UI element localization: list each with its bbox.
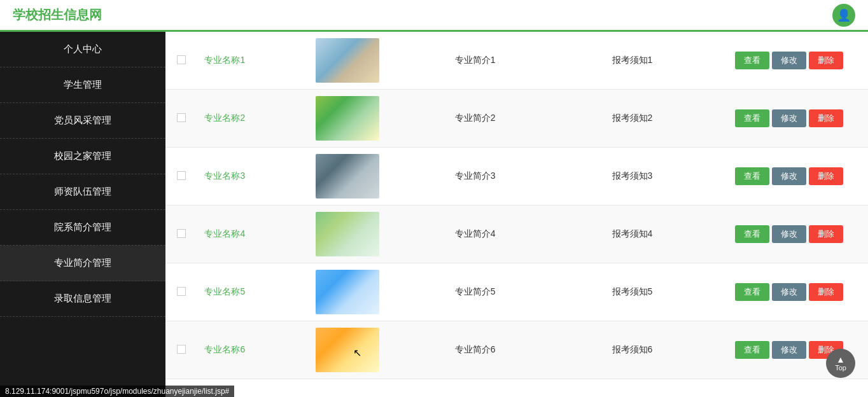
- major-intro: 专业简介1: [396, 32, 554, 90]
- back-to-top-label: Top: [835, 364, 846, 372]
- table-row: 专业名称5专业简介5报考须知5查看修改删除: [165, 263, 868, 321]
- edit-button[interactable]: 修改: [772, 341, 806, 359]
- row-checkbox[interactable]: [177, 229, 186, 238]
- major-intro: 专业简介2: [396, 90, 554, 148]
- delete-button[interactable]: 删除: [809, 52, 843, 69]
- major-notice: 报考须知4: [554, 205, 711, 263]
- table-row: 专业名称4专业简介4报考须知4查看修改删除: [165, 205, 868, 263]
- delete-button[interactable]: 删除: [809, 225, 843, 243]
- sidebar-item-campus-management[interactable]: 校园之家管理: [0, 139, 165, 174]
- main-content: 专业名称1专业简介1报考须知1查看修改删除专业名称2专业简介2报考须知2查看修改…: [165, 32, 868, 397]
- major-image: [316, 96, 379, 141]
- table-row: 专业名称6专业简介6报考须知6查看修改删除: [165, 321, 868, 379]
- table-row: 专业名称3专业简介3报考须知3查看修改删除: [165, 148, 868, 205]
- view-button[interactable]: 查看: [735, 109, 769, 127]
- row-checkbox[interactable]: [177, 345, 186, 354]
- edit-button[interactable]: 修改: [772, 52, 806, 69]
- row-checkbox[interactable]: [177, 55, 186, 64]
- sidebar-item-dept-management[interactable]: 院系简介管理: [0, 210, 165, 246]
- major-notice: 报考须知1: [554, 32, 711, 90]
- major-name: 专业名称5: [197, 263, 299, 321]
- edit-button[interactable]: 修改: [772, 109, 806, 127]
- view-button[interactable]: 查看: [735, 341, 769, 359]
- delete-button[interactable]: 删除: [809, 167, 843, 185]
- edit-button[interactable]: 修改: [772, 225, 806, 243]
- view-button[interactable]: 查看: [735, 225, 769, 243]
- major-notice: 报考须知6: [554, 321, 711, 379]
- major-intro: 专业简介5: [396, 263, 554, 321]
- table-row: 专业名称1专业简介1报考须知1查看修改删除: [165, 32, 868, 90]
- major-intro: 专业简介3: [396, 148, 554, 205]
- arrow-up-icon: ▲: [836, 355, 845, 364]
- major-intro: 专业简介4: [396, 205, 554, 263]
- sidebar-item-student-management[interactable]: 学生管理: [0, 67, 165, 103]
- major-name: 专业名称6: [197, 321, 299, 379]
- delete-button[interactable]: 删除: [809, 283, 843, 301]
- major-name: 专业名称2: [197, 90, 299, 148]
- major-intro: 专业简介6: [396, 321, 554, 379]
- major-image: [316, 270, 379, 314]
- edit-button[interactable]: 修改: [772, 167, 806, 185]
- major-name: 专业名称4: [197, 205, 299, 263]
- sidebar-item-admission-management[interactable]: 录取信息管理: [0, 281, 165, 317]
- major-notice: 报考须知3: [554, 148, 711, 205]
- site-title: 学校招生信息网: [13, 6, 102, 24]
- sidebar: 个人中心 学生管理 党员风采管理 校园之家管理 师资队伍管理 院系简介管理 专业…: [0, 32, 165, 397]
- header: 学校招生信息网 👤: [0, 0, 868, 32]
- sidebar-item-personal-center[interactable]: 个人中心: [0, 32, 165, 67]
- status-bar: 8.129.11.174:9001/jspmu597o/jsp/modules/…: [0, 386, 234, 397]
- major-name: 专业名称3: [197, 148, 299, 205]
- major-notice: 报考须知5: [554, 263, 711, 321]
- row-checkbox[interactable]: [177, 113, 186, 122]
- view-button[interactable]: 查看: [735, 167, 769, 185]
- sidebar-item-faculty-management[interactable]: 师资队伍管理: [0, 174, 165, 210]
- sidebar-item-party-management[interactable]: 党员风采管理: [0, 103, 165, 139]
- delete-button[interactable]: 删除: [809, 109, 843, 127]
- row-checkbox[interactable]: [177, 171, 186, 180]
- status-url: 8.129.11.174:9001/jspmu597o/jsp/modules/…: [5, 387, 229, 396]
- row-checkbox[interactable]: [177, 287, 186, 296]
- view-button[interactable]: 查看: [735, 52, 769, 69]
- back-to-top-button[interactable]: ▲ Top: [826, 349, 855, 378]
- major-image: [316, 38, 379, 83]
- layout: 个人中心 学生管理 党员风采管理 校园之家管理 师资队伍管理 院系简介管理 专业…: [0, 32, 868, 397]
- major-image: [316, 154, 379, 198]
- major-image: [316, 212, 379, 256]
- major-image: [316, 328, 379, 372]
- major-table: 专业名称1专业简介1报考须知1查看修改删除专业名称2专业简介2报考须知2查看修改…: [165, 32, 868, 379]
- major-notice: 报考须知2: [554, 90, 711, 148]
- avatar[interactable]: 👤: [832, 4, 855, 27]
- edit-button[interactable]: 修改: [772, 283, 806, 301]
- sidebar-item-major-management[interactable]: 专业简介管理: [0, 246, 165, 281]
- table-row: 专业名称2专业简介2报考须知2查看修改删除: [165, 90, 868, 148]
- major-name: 专业名称1: [197, 32, 299, 90]
- view-button[interactable]: 查看: [735, 283, 769, 301]
